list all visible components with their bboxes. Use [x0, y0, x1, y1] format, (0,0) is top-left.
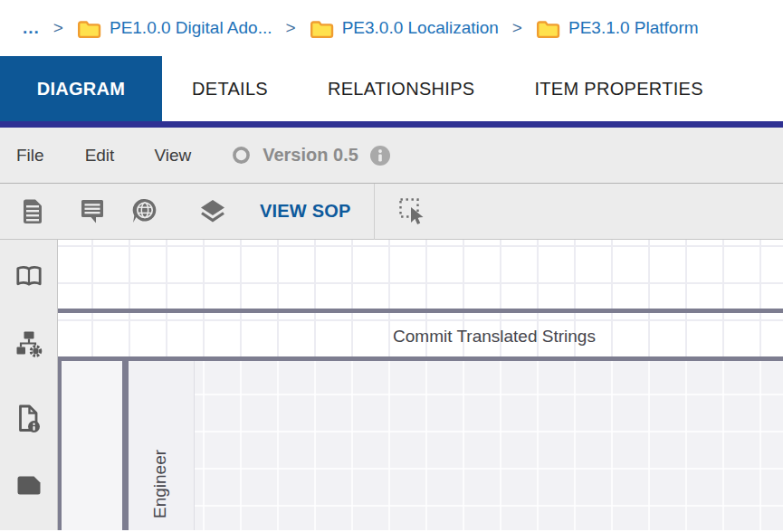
menu-view[interactable]: View: [154, 146, 191, 166]
file-info-icon[interactable]: [16, 404, 42, 434]
book-icon[interactable]: [15, 264, 43, 289]
marquee-select-icon[interactable]: [398, 197, 427, 226]
radio-ring-icon[interactable]: [231, 145, 252, 166]
menu-edit[interactable]: Edit: [85, 146, 115, 166]
breadcrumb: ... > PE1.0.0 Digital Ado... > PE3.0.0 L…: [0, 0, 783, 56]
menu-bar: File Edit View Version 0.5: [0, 128, 783, 184]
folder-icon: [77, 18, 101, 39]
tab-diagram[interactable]: DIAGRAM: [0, 56, 162, 121]
pool-top-border: [58, 309, 783, 313]
breadcrumb-item-label: PE3.1.0 Platform: [568, 18, 699, 38]
layers-icon[interactable]: [198, 197, 227, 226]
breadcrumb-item-label: PE3.0.0 Localization: [342, 18, 499, 38]
breadcrumb-item-label: PE1.0.0 Digital Ado...: [110, 18, 272, 38]
tab-details[interactable]: DETAILS: [162, 56, 298, 121]
menu-file[interactable]: File: [16, 146, 44, 166]
breadcrumb-separator: >: [53, 18, 63, 38]
tab-relationships[interactable]: RELATIONSHIPS: [298, 56, 504, 121]
breadcrumb-separator: >: [286, 18, 296, 38]
lane-left-bar: [122, 361, 129, 530]
pool-title[interactable]: Commit Translated Strings: [357, 327, 632, 347]
breadcrumb-ellipsis[interactable]: ...: [23, 18, 40, 38]
tab-item-properties[interactable]: ITEM PROPERTIES: [504, 56, 732, 121]
comment-icon[interactable]: [79, 198, 106, 224]
translate-globe-icon[interactable]: [130, 197, 159, 225]
lane-label[interactable]: Engineer: [151, 412, 169, 530]
breadcrumb-item[interactable]: PE1.0.0 Digital Ado...: [77, 18, 272, 39]
left-icon-rail: [0, 240, 58, 530]
diagram-canvas: Commit Translated Strings Engineer: [58, 240, 783, 530]
note-icon[interactable]: [15, 474, 43, 497]
info-icon[interactable]: [369, 145, 391, 166]
workflow-settings-icon[interactable]: [14, 329, 43, 359]
tab-underline: [0, 121, 783, 128]
document-lines-icon[interactable]: [20, 197, 45, 225]
workspace: Commit Translated Strings Engineer: [0, 240, 783, 530]
folder-icon: [536, 18, 560, 39]
version-label: Version 0.5: [263, 145, 358, 166]
toolbar-separator: [374, 184, 375, 240]
breadcrumb-item[interactable]: PE3.1.0 Platform: [536, 18, 699, 39]
breadcrumb-item[interactable]: PE3.0.0 Localization: [310, 18, 499, 39]
breadcrumb-separator: >: [512, 18, 522, 38]
toolbar: VIEW SOP: [0, 184, 783, 240]
tab-bar: DIAGRAM DETAILS RELATIONSHIPS ITEM PROPE…: [0, 56, 783, 121]
pool-header-column: [62, 361, 122, 530]
folder-icon: [310, 18, 334, 39]
view-sop-button[interactable]: VIEW SOP: [260, 201, 351, 222]
lane-content-area: [195, 361, 783, 530]
